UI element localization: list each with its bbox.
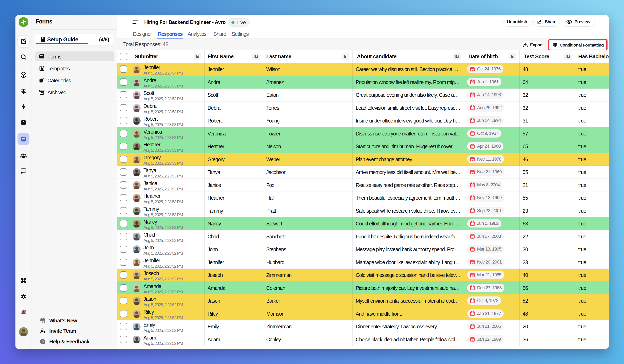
- svg-text:12: 12: [471, 146, 473, 148]
- svg-text:12: 12: [471, 184, 473, 187]
- svg-text:12: 12: [471, 120, 473, 122]
- svg-text:12: 12: [471, 262, 473, 264]
- svg-text:12: 12: [471, 236, 473, 238]
- svg-text:12: 12: [471, 197, 473, 199]
- svg-text:12: 12: [471, 223, 473, 225]
- svg-text:12: 12: [471, 133, 473, 135]
- svg-text:12: 12: [471, 249, 473, 251]
- svg-text:12: 12: [471, 300, 473, 302]
- svg-text:12: 12: [471, 313, 473, 315]
- svg-text:12: 12: [471, 274, 473, 277]
- svg-text:12: 12: [471, 94, 473, 97]
- svg-text:12: 12: [471, 339, 473, 341]
- svg-text:12: 12: [471, 287, 473, 290]
- svg-text:12: 12: [471, 326, 473, 328]
- svg-text:12: 12: [471, 107, 473, 110]
- svg-text:12: 12: [471, 159, 473, 161]
- svg-text:12: 12: [471, 210, 473, 213]
- svg-text:12: 12: [471, 81, 473, 84]
- svg-text:?: ?: [42, 340, 44, 344]
- svg-text:12: 12: [471, 69, 473, 71]
- svg-text:12: 12: [471, 171, 473, 174]
